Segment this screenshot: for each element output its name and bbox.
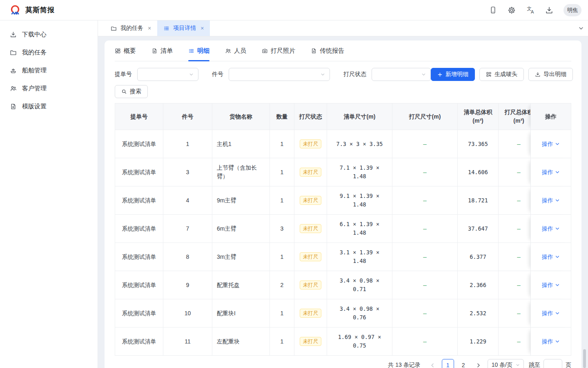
cell-cargo-name: 主机1 [212, 130, 270, 158]
cell-quantity: 1 [270, 328, 294, 356]
tab-measure-photos[interactable]: 打尺照片 [262, 47, 295, 61]
list-icon [163, 25, 169, 31]
row-action-dropdown[interactable]: 操作 [542, 168, 560, 177]
status-filter-select[interactable] [372, 68, 431, 81]
cell-piece-number: 10 [163, 299, 212, 328]
cell-measured-size: – [392, 215, 458, 243]
cell-list-volume: 2.532 [458, 299, 499, 328]
row-action-dropdown[interactable]: 操作 [542, 337, 560, 346]
row-action-dropdown[interactable]: 操作 [542, 196, 560, 205]
window-tab-label: 项目详情 [173, 25, 196, 32]
cell-list-volume: 2.366 [458, 271, 499, 299]
cell-measure-status: 未打尺 [294, 299, 327, 328]
content-area: 概要 清单 明细 人员 [98, 36, 588, 368]
sidebar-item-download-center[interactable]: 下载中心 [0, 25, 98, 43]
table-row: 系统测试清单 7 6m主臂 3 未打尺 6.1 × 1.39 × 1.48 – … [115, 215, 571, 243]
cell-piece-number: 7 [163, 215, 212, 243]
mobile-icon[interactable] [488, 6, 497, 15]
cell-list-size: 1.69 × 0.97 × 0.75 [327, 328, 392, 356]
add-detail-button[interactable]: 新增明细 [431, 68, 475, 81]
svg-text:A: A [531, 9, 534, 14]
tab-personnel[interactable]: 人员 [225, 47, 246, 61]
row-action-dropdown[interactable]: 操作 [542, 253, 560, 261]
sidebar-item-template-settings[interactable]: 模版设置 [0, 97, 98, 115]
per-page-select[interactable]: 10 条/页 [488, 359, 524, 368]
cell-measured-size: – [392, 130, 458, 158]
close-icon[interactable]: × [200, 25, 204, 31]
col-bill-number: 提单号 [115, 103, 163, 130]
template-icon [10, 103, 17, 110]
cell-bill-number: 系统测试清单 [115, 328, 163, 356]
close-icon[interactable]: × [148, 25, 151, 31]
row-action-dropdown[interactable]: 操作 [542, 281, 560, 289]
search-button[interactable]: 搜索 [115, 85, 148, 98]
tab-detail[interactable]: 明细 [188, 47, 209, 61]
tab-overview[interactable]: 概要 [115, 47, 136, 61]
cell-piece-number: 9 [163, 271, 212, 299]
jump-to-label: 跳至 [529, 361, 540, 368]
cell-piece-number: 8 [163, 243, 212, 271]
tab-label: 明细 [197, 47, 209, 55]
cell-measure-status: 未打尺 [294, 271, 327, 299]
table-row: 系统测试清单 9 配重托盘 2 未打尺 3.4 × 0.98 × 0.71 – … [115, 271, 571, 299]
download-icon [10, 31, 17, 38]
prev-page-icon[interactable] [427, 359, 439, 368]
download-icon[interactable] [545, 6, 554, 15]
table-body: 系统测试清单 1 主机1 1 未打尺 7.3 × 3 × 3.35 – 73.3… [115, 130, 571, 356]
row-action-dropdown[interactable]: 操作 [542, 309, 560, 318]
sidebar-item-label: 船舶管理 [22, 67, 47, 74]
cell-piece-number: 1 [163, 130, 212, 158]
col-measured-size: 打尺尺寸(m) [392, 103, 458, 130]
table-row: 系统测试清单 1 主机1 1 未打尺 7.3 × 3 × 3.35 – 73.3… [115, 130, 571, 158]
cell-list-volume: 14.606 [458, 158, 499, 186]
cell-measure-status: 未打尺 [294, 186, 327, 215]
tab-list-dropdown-icon[interactable] [578, 20, 584, 36]
col-piece-number: 件号 [163, 103, 212, 130]
cell-list-volume: 1.229 [458, 328, 499, 356]
cell-bill-number: 系统测试清单 [115, 299, 163, 328]
page-button-2[interactable]: 2 [457, 359, 470, 368]
next-page-icon[interactable] [473, 359, 484, 368]
tab-traditional-report[interactable]: 传统报告 [311, 47, 344, 61]
sidebar-item-my-tasks[interactable]: 我的任务 [0, 43, 98, 61]
sidebar-item-customer-management[interactable]: 客户管理 [0, 79, 98, 97]
generate-mark-label: 生成唛头 [494, 71, 517, 78]
table-actions: 新增明细 生成唛头 导出明细 [431, 68, 573, 81]
tab-label: 传统报告 [320, 47, 344, 55]
bill-filter-select[interactable] [137, 68, 198, 81]
sidebar: 下载中心 我的任务 船舶管理 客户管理 模版设置 [0, 20, 98, 368]
cell-list-size: 7.1 × 1.39 × 1.48 [327, 158, 392, 186]
cell-list-size: 6.1 × 1.39 × 1.48 [327, 215, 392, 243]
window-tab-label: 我的任务 [120, 25, 143, 32]
jump-page-input[interactable] [543, 359, 562, 368]
cell-cargo-name: 9m主臂 [212, 186, 270, 215]
status-badge: 未打尺 [300, 139, 322, 148]
cell-list-size: 9.1 × 1.39 × 1.48 [327, 186, 392, 215]
export-detail-button[interactable]: 导出明细 [528, 68, 573, 81]
chevron-down-icon [421, 72, 426, 77]
translate-icon[interactable]: 文 A [526, 6, 535, 15]
settings-gear-icon[interactable] [507, 6, 516, 15]
sidebar-item-ship-management[interactable]: 船舶管理 [0, 61, 98, 79]
vertical-scrollbar[interactable] [583, 349, 586, 368]
cell-piece-number: 4 [163, 186, 212, 215]
cell-bill-number: 系统测试清单 [115, 215, 163, 243]
window-tab-project-detail[interactable]: 项目详情 × [157, 20, 210, 36]
cell-cargo-name: 配重块I [212, 299, 270, 328]
brand: 莫斯简报 [9, 4, 55, 16]
page-button-1[interactable]: 1 [442, 359, 454, 368]
sidebar-item-label: 客户管理 [22, 85, 47, 92]
cell-measured-size: – [392, 243, 458, 271]
row-action-dropdown[interactable]: 操作 [542, 224, 560, 233]
cell-bill-number: 系统测试清单 [115, 271, 163, 299]
cell-actions: 操作 [530, 186, 571, 215]
table-header-row: 提单号 件号 货物名称 数量 打尺状态 清单尺寸(m) 打尺尺寸(m) 清单总体… [115, 103, 571, 130]
app-header: 莫斯简报 文 A 明焦 [0, 0, 588, 20]
row-action-dropdown[interactable]: 操作 [542, 140, 560, 148]
cell-measure-status: 未打尺 [294, 215, 327, 243]
tab-list[interactable]: 清单 [151, 47, 173, 61]
generate-mark-button[interactable]: 生成唛头 [479, 68, 524, 81]
piece-filter-select[interactable] [229, 68, 330, 81]
user-avatar[interactable]: 明焦 [564, 4, 581, 16]
window-tab-my-tasks[interactable]: 我的任务 × [105, 20, 157, 36]
